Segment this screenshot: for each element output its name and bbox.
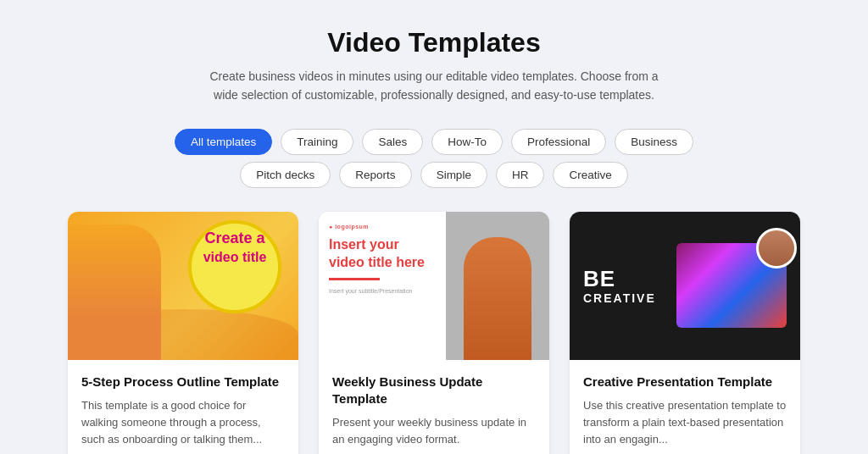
filter-btn-all-templates[interactable]: All templates: [175, 129, 272, 155]
thumb-1-line1: Create a: [204, 230, 264, 246]
card-2-title: Weekly Business Update Template: [332, 374, 536, 408]
filter-btn-hr[interactable]: HR: [496, 162, 545, 188]
filter-row-1: All templatesTrainingSalesHow-ToProfessi…: [68, 129, 800, 155]
card-3-description: Use this creative presentation template …: [583, 397, 787, 448]
card-2-body: Weekly Business Update Template Present …: [319, 360, 549, 454]
card-3-title: Creative Presentation Template: [583, 374, 787, 390]
filter-btn-creative[interactable]: Creative: [553, 162, 627, 188]
filter-btn-sales[interactable]: Sales: [362, 129, 423, 155]
cards-grid: Create a video title 5-Step Process Outl…: [68, 212, 800, 454]
thumb-3-left: BE CREATIVE: [570, 253, 676, 318]
thumb-1-person: [68, 224, 161, 360]
page-header: Video Templates Create business videos i…: [68, 27, 800, 105]
filter-btn-business[interactable]: Business: [615, 129, 693, 155]
thumb-3-creative: CREATIVE: [583, 291, 663, 305]
thumb-2-red-title: video title here: [329, 255, 425, 269]
thumb-2-left: ● logoipsum Insert your video title here…: [319, 212, 446, 360]
thumb-2-sub: Insert your subtitle/Presentation: [329, 287, 436, 296]
filter-btn-how-to[interactable]: How-To: [431, 129, 503, 155]
thumb-3-avatar: [756, 228, 797, 269]
filter-btn-simple[interactable]: Simple: [420, 162, 487, 188]
template-card-2[interactable]: ● logoipsum Insert your video title here…: [319, 212, 549, 454]
card-1-title: 5-Step Process Outline Template: [81, 374, 285, 390]
thumb-2-person: [464, 237, 531, 360]
filter-btn-reports[interactable]: Reports: [339, 162, 411, 188]
card-2-description: Present your weekly business update in a…: [332, 414, 536, 448]
page-subtitle: Create business videos in minutes using …: [197, 67, 671, 105]
thumb-2-title: Insert your video title here: [329, 236, 436, 272]
filter-btn-training[interactable]: Training: [281, 129, 353, 155]
thumb-1-line2: video title: [203, 250, 267, 264]
card-1-thumbnail: Create a video title: [68, 212, 298, 360]
thumb-2-right: [446, 212, 549, 360]
filter-btn-professional[interactable]: Professional: [511, 129, 606, 155]
thumb-1-text: Create a video title: [192, 229, 277, 267]
thumb-3-colorblock: [676, 243, 787, 328]
card-2-thumbnail: ● logoipsum Insert your video title here…: [319, 212, 549, 360]
page-title: Video Templates: [68, 27, 800, 58]
card-1-body: 5-Step Process Outline Template This tem…: [68, 360, 298, 454]
template-card-3[interactable]: BE CREATIVE Creative Presentation Templa…: [570, 212, 800, 454]
thumb-2-line: [329, 278, 380, 280]
card-3-body: Creative Presentation Template Use this …: [570, 360, 800, 454]
thumb-3-avatar-inner: [759, 230, 794, 266]
filter-row-2: Pitch decksReportsSimpleHRCreative: [68, 162, 800, 188]
filter-btn-pitch-decks[interactable]: Pitch decks: [240, 162, 331, 188]
thumb-2-insert: Insert your: [329, 237, 399, 252]
page-container: Video Templates Create business videos i…: [0, 0, 868, 454]
card-3-thumbnail: BE CREATIVE: [570, 212, 800, 360]
thumb-3-be: BE: [583, 267, 663, 291]
thumb-2-logo: ● logoipsum: [329, 224, 436, 230]
template-card-1[interactable]: Create a video title 5-Step Process Outl…: [68, 212, 298, 454]
card-1-description: This template is a good choice for walki…: [81, 397, 285, 448]
